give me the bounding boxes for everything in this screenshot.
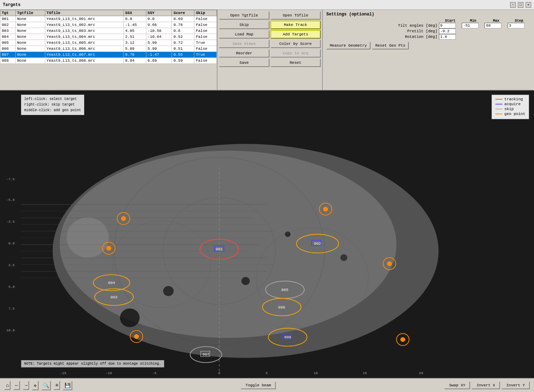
info-line-1: left-click: select target xyxy=(24,96,81,102)
open-tgtfile-button[interactable]: Open Tgtfile xyxy=(219,11,269,20)
svg-text:008: 008 xyxy=(284,335,291,339)
skip-button[interactable]: Skip xyxy=(219,21,269,29)
reorder-button[interactable]: Reorder xyxy=(219,49,269,58)
acquire-line-icon xyxy=(495,104,502,104)
invert-x-button[interactable]: Invert X xyxy=(472,381,500,389)
back-icon[interactable]: ← xyxy=(13,381,20,390)
pretilt-label: Pretilt [deg] xyxy=(326,28,439,34)
svg-point-53 xyxy=(387,261,392,266)
svg-point-47 xyxy=(121,216,126,221)
targets-table: Tgt Tgtfile TSfile SSX SSY Score Skip 00… xyxy=(0,10,217,64)
table-section: Tgt Tgtfile TSfile SSX SSY Score Skip 00… xyxy=(0,10,218,90)
table-row[interactable]: 003NoneYeast9_L13_ts_003.mrc4.05-10.560.… xyxy=(0,28,217,34)
add-targets-button[interactable]: Add Targets xyxy=(271,30,321,39)
close-button[interactable]: ✕ xyxy=(526,2,531,8)
forward-icon[interactable]: → xyxy=(23,381,29,390)
maximize-button[interactable]: □ xyxy=(518,2,523,8)
svg-point-18 xyxy=(285,231,291,237)
svg-text:20: 20 xyxy=(419,371,423,375)
legend-skip: skip xyxy=(495,107,525,111)
legend: tracking acquire skip geo point xyxy=(492,95,529,119)
table-row[interactable]: 008NoneYeast9_L13_ts_008.mrc8.046.690.59… xyxy=(0,58,217,64)
save-views-button[interactable]: Save Views xyxy=(219,40,269,48)
rotation-input[interactable] xyxy=(439,34,456,40)
svg-point-15 xyxy=(120,309,140,327)
map-canvas[interactable]: 001 002 003 004 005 006 xyxy=(0,90,534,378)
info-line-2: right-click: skip target xyxy=(24,102,81,108)
tilt-min-input[interactable] xyxy=(462,23,479,28)
load-map-button[interactable]: Load Map xyxy=(219,30,269,39)
svg-point-19 xyxy=(340,254,347,261)
table-row[interactable]: 001NoneYeast9_L13_ts_001.mrc0.00.00.69Fa… xyxy=(0,16,217,22)
pretilt-input[interactable] xyxy=(439,28,456,34)
tilt-step-input[interactable] xyxy=(508,23,525,28)
window-title: Targets xyxy=(3,2,20,7)
legend-geo-point: geo point xyxy=(495,112,525,116)
swap-xy-button[interactable]: Swap XY xyxy=(444,381,470,389)
rotation-label: Rotation [deg] xyxy=(326,34,439,40)
main-container: Tgt Tgtfile TSfile SSX SSY Score Skip 00… xyxy=(0,10,534,392)
tilt-start-input[interactable] xyxy=(439,23,456,28)
svg-text:002: 002 xyxy=(314,242,321,246)
reset-geo-pts-button[interactable]: Reset Geo Pts xyxy=(372,42,409,49)
table-body[interactable]: 001NoneYeast9_L13_ts_001.mrc0.00.00.69Fa… xyxy=(0,16,217,64)
titlebar: Targets − □ ✕ xyxy=(0,0,534,10)
save-icon[interactable]: 💾 xyxy=(63,381,72,390)
svg-point-20 xyxy=(67,217,109,257)
svg-text:-2.5: -2.5 xyxy=(6,220,15,224)
save-button[interactable]: Save xyxy=(219,59,269,67)
svg-rect-8 xyxy=(21,238,267,238)
search-icon[interactable]: 🔍 xyxy=(41,381,51,390)
minimize-button[interactable]: − xyxy=(510,2,516,8)
svg-point-49 xyxy=(106,246,111,250)
svg-point-51 xyxy=(323,207,328,211)
bottom-right-buttons: Swap XY Invert X Invert Y xyxy=(444,381,530,389)
col-ssy: SSY xyxy=(146,10,172,16)
home-icon[interactable]: ⌂ xyxy=(4,381,11,390)
move-icon[interactable]: ✛ xyxy=(32,381,38,390)
legend-acquire-label: acquire xyxy=(505,102,521,106)
reset-button[interactable]: Reset xyxy=(271,59,321,67)
table-row[interactable]: 006NoneYeast9_L13_ts_006.mrc5.095.990.51… xyxy=(0,46,217,52)
skip-line-icon xyxy=(495,109,502,109)
legend-geo-point-label: geo point xyxy=(505,112,525,116)
table-row[interactable]: 002NoneYeast9_L13_ts_002.mrc-1.459.660.7… xyxy=(0,22,217,28)
svg-text:5.0: 5.0 xyxy=(8,285,15,289)
tilt-max-input[interactable] xyxy=(485,23,501,28)
svg-text:004: 004 xyxy=(108,281,115,285)
table-row[interactable]: 005NoneYeast9_L13_ts_005.mrc3.125.990.72… xyxy=(0,40,217,46)
settings-section: Settings (optional) Start Min Max Step T… xyxy=(323,10,534,90)
table-row[interactable]: 007NoneYeast9_L13_ts_007.mrc9.79-1.470.5… xyxy=(0,52,217,58)
map-section[interactable]: 001 002 003 004 005 006 xyxy=(0,90,534,378)
make-track-button[interactable]: Make Track xyxy=(271,21,321,29)
svg-text:7.5: 7.5 xyxy=(8,307,15,311)
settings-icon[interactable]: ≡ xyxy=(54,381,60,390)
open-tsfile-button[interactable]: Open TSfile xyxy=(271,11,321,20)
bottom-toolbar: ⌂ ← → ✛ 🔍 ≡ 💾 Toggle beam Swap XY Invert… xyxy=(0,378,534,392)
svg-text:007: 007 xyxy=(202,352,209,357)
top-panel: Tgt Tgtfile TSfile SSX SSY Score Skip 00… xyxy=(0,10,534,90)
col-skip: Skip xyxy=(194,10,217,16)
invert-y-button[interactable]: Invert Y xyxy=(501,381,530,389)
col-tgt: Tgt xyxy=(0,10,16,16)
settings-header-max: Max xyxy=(485,19,507,23)
svg-text:0.0: 0.0 xyxy=(8,242,15,245)
settings-header-min: Min xyxy=(462,19,485,23)
table-row[interactable]: 004NoneYeast9_L13_ts_004.mrc2.51-10.640.… xyxy=(0,34,217,40)
svg-rect-13 xyxy=(21,271,267,272)
svg-text:-15: -15 xyxy=(60,371,66,375)
legend-tracking: tracking xyxy=(495,97,525,101)
copy-to-acq-button[interactable]: Copy to Acq xyxy=(271,49,321,58)
svg-text:-7.5: -7.5 xyxy=(6,177,15,181)
svg-point-17 xyxy=(241,277,250,285)
svg-rect-6 xyxy=(21,224,267,224)
col-score: Score xyxy=(172,10,194,16)
settings-header-start: Start xyxy=(439,19,462,23)
toggle-beam-button[interactable]: Toggle beam xyxy=(241,381,276,389)
measure-geometry-button[interactable]: Measure Geometry xyxy=(326,42,371,49)
col-ssx: SSX xyxy=(124,10,146,16)
color-by-score-button[interactable]: Color by Score xyxy=(271,40,321,48)
info-line-3: middle-click: add geo point xyxy=(24,108,81,113)
settings-title: Settings (optional) xyxy=(326,12,530,17)
svg-rect-3 xyxy=(21,204,267,205)
